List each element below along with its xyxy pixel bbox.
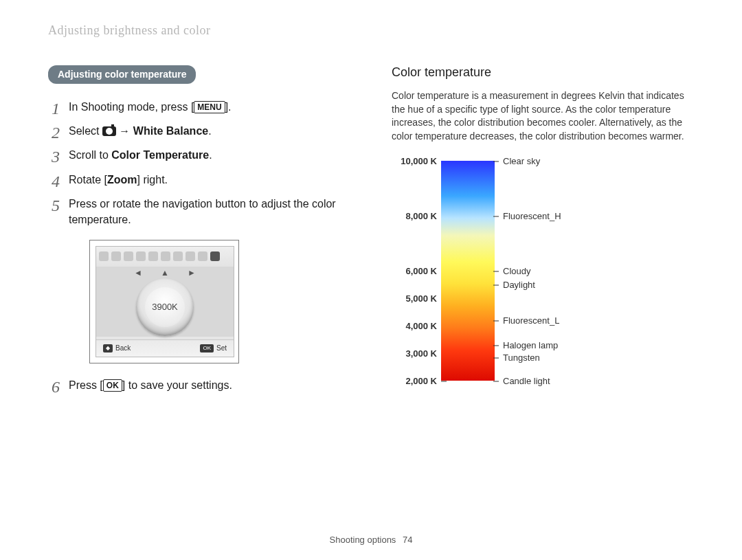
step-1-text-a: In Shooting mode, press [ [69,101,194,113]
lcd-top-icons [96,247,234,266]
wb-icon [148,251,158,261]
back-chip-icon: ◆ [103,344,113,352]
step-2-bold: White Balance [133,125,208,137]
step-1: In Shooting mode, press [MENU]. [48,99,350,115]
lcd-screenshot: ◄ ▲ ► 3900K ◆Back [89,240,239,363]
light-source-label: Candle light [503,376,550,386]
light-source-label: Fluorescent_H [503,211,561,221]
menu-button-icon: MENU [194,101,225,113]
lcd-screen: ◄ ▲ ► 3900K ◆Back [95,246,234,357]
wb-icon [186,251,195,261]
step-4-text-a: Rotate [ [69,174,107,186]
step-6-text-b: ] to save your settings. [122,379,232,391]
breadcrumb: Adjusting brightness and color [48,23,694,38]
light-source-label: Clear sky [503,156,540,166]
light-source-labels: Clear skyFluorescent_HCloudyDaylightFluo… [499,161,581,381]
knob-arrows: ◄ ▲ ► [134,267,196,279]
lcd-set-hint: OKSet [200,344,227,354]
light-source-label: Halogen lamp [503,340,558,350]
wb-icon [124,251,133,261]
arrow-right-icon: ► [188,267,196,279]
step-4: Rotate [Zoom] right. [48,172,350,188]
kelvin-tick: 10,000 K [401,156,437,166]
left-column: Adjusting color temperature In Shooting … [48,65,350,401]
ok-button-icon: OK [103,379,122,392]
kelvin-tick: 2,000 K [405,376,437,386]
light-source-label: Fluorescent_L [503,315,559,326]
color-gradient-bar [441,161,495,381]
light-source-label: Cloudy [503,266,530,276]
kelvin-tick: 5,000 K [405,293,437,304]
ok-chip-icon: OK [200,344,214,352]
step-1-text-b: ]. [225,101,232,113]
manual-page: Adjusting brightness and color Adjusting… [0,0,742,560]
wb-icon [161,251,170,261]
kelvin-tick: 3,000 K [405,348,437,359]
dial-value: 3900K [145,287,185,327]
lcd-set-label: Set [216,344,227,352]
lcd-bottom-bar: ◆Back OKSet [96,339,234,357]
color-temperature-body: Color temperature is a measurement in de… [392,89,694,143]
section-pill: Adjusting color temperature [48,65,196,84]
two-column-layout: Adjusting color temperature In Shooting … [48,65,694,401]
step-3-bold: Color Temperature [111,149,209,161]
kelvin-tick: 4,000 K [405,321,437,331]
kelvin-axis-left: 10,000 K8,000 K6,000 K5,000 K4,000 K3,00… [392,161,441,381]
steps-list: In Shooting mode, press [MENU]. Select →… [48,99,350,393]
kelvin-tick: 6,000 K [405,266,437,276]
arrow-up-icon: ▲ [161,267,169,279]
camera-icon [102,126,116,136]
light-source-label: Tungsten [503,352,540,363]
color-temperature-chart: 10,000 K8,000 K6,000 K5,000 K4,000 K3,00… [392,161,694,381]
footer-page-number: 74 [403,535,412,545]
lcd-back-hint: ◆Back [103,344,131,354]
step-3: Scroll to Color Temperature. [48,147,350,163]
arrow-left-icon: ◄ [134,267,142,279]
footer-section: Shooting options [330,535,396,545]
adjustment-dial: 3900K [136,278,194,336]
step-2-arrow: → [116,125,133,137]
step-6-text-a: Press [ [69,379,103,391]
step-5-text: Press or rotate the navigation button to… [69,198,336,225]
step-2: Select → White Balance. [48,123,350,139]
light-source-label: Daylight [503,280,535,290]
lcd-back-label: Back [115,344,131,352]
right-column: Color temperature Color temperature is a… [392,65,694,401]
kelvin-tick: 8,000 K [405,211,437,221]
step-3-text-b: . [209,149,212,161]
step-4-bold: Zoom [107,174,137,186]
step-4-text-b: ] right. [137,174,168,186]
page-footer: Shooting options 74 [0,535,742,545]
step-6: Press [OK] to save your settings. [48,377,350,393]
wb-icon [111,251,121,261]
step-2-text-a: Select [69,125,102,137]
step-3-text-a: Scroll to [69,149,111,161]
step-2-text-b: . [208,125,211,137]
step-5: Press or rotate the navigation button to… [48,196,350,363]
wb-icon [173,251,183,261]
wb-icon [136,251,146,261]
wb-icon [99,251,109,261]
wb-icon [198,251,207,261]
color-temperature-heading: Color temperature [392,65,694,80]
wb-kelvin-icon [210,251,220,261]
